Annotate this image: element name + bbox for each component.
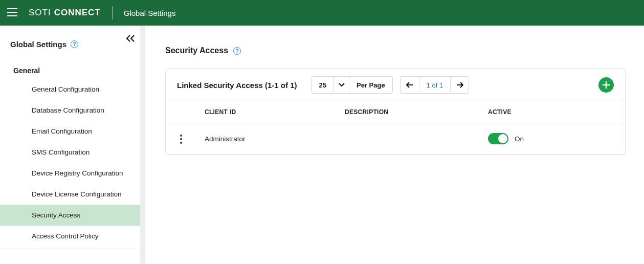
sidebar-header: Global Settings ?: [0, 26, 140, 56]
help-icon[interactable]: ?: [233, 47, 241, 55]
page-size-value[interactable]: 25: [312, 77, 334, 93]
table-header-active: ACTIVE: [483, 101, 625, 123]
page-heading: Security Access ?: [165, 46, 626, 55]
sidebar-item-label: Database Configuration: [32, 106, 104, 114]
active-toggle-label: On: [515, 135, 524, 143]
topbar: SOTI CONNECT Global Settings: [0, 0, 644, 26]
arrow-left-icon: [406, 82, 413, 88]
sidebar: Global Settings ? General General Config…: [0, 26, 141, 264]
sidebar-item-general-configuration[interactable]: General Configuration: [0, 79, 140, 100]
sidebar-item-device-license-configuration[interactable]: Device License Configuration: [0, 184, 140, 205]
cell-description: [340, 123, 483, 155]
sidebar-item-label: Security Access: [32, 211, 80, 219]
sidebar-item-label: Device Registry Configuration: [32, 169, 123, 177]
table-row: Administrator On: [166, 123, 625, 155]
topbar-title: Global Settings: [124, 9, 176, 17]
page-size-selector: 25 Per Page: [312, 76, 393, 94]
brand-thin: SOTI: [29, 8, 51, 18]
sidebar-title: Global Settings: [10, 40, 66, 49]
sidebar-item-database-configuration[interactable]: Database Configuration: [0, 100, 140, 121]
sidebar-item-security-access[interactable]: Security Access: [0, 205, 140, 226]
plus-icon: [602, 81, 610, 89]
table-header-actions: [166, 101, 196, 123]
collapse-sidebar-icon[interactable]: [126, 35, 135, 43]
pager: 1 of 1: [400, 76, 470, 94]
sidebar-group-general: General General Configuration Database C…: [0, 56, 140, 249]
page-size-label: Per Page: [349, 81, 392, 89]
sidebar-item-label: General Configuration: [32, 85, 99, 93]
cell-client-id: Administrator: [196, 123, 340, 155]
security-access-table: CLIENT ID DESCRIPTION ACTIVE Administrat…: [166, 101, 625, 155]
next-page-button[interactable]: [450, 77, 469, 93]
panel-toolbar: Linked Security Access (1-1 of 1) 25 Per…: [166, 69, 625, 101]
sidebar-item-access-control-policy[interactable]: Access Control Policy: [0, 226, 140, 247]
prev-page-button[interactable]: [401, 77, 419, 93]
sidebar-item-label: Device License Configuration: [32, 190, 122, 198]
topbar-divider: [112, 6, 113, 19]
linked-security-access-panel: Linked Security Access (1-1 of 1) 25 Per…: [165, 69, 626, 155]
sidebar-group-label: General: [0, 56, 140, 79]
brand-bold: CONNECT: [54, 8, 101, 18]
sidebar-item-label: SMS Configuration: [32, 148, 90, 156]
page-title: Security Access: [165, 46, 228, 55]
main-content: Security Access ? Linked Security Access…: [147, 26, 644, 264]
pager-text: 1 of 1: [419, 77, 451, 93]
brand-logo: SOTI CONNECT: [29, 8, 101, 18]
sidebar-item-label: Email Configuration: [32, 127, 92, 135]
sidebar-item-email-configuration[interactable]: Email Configuration: [0, 121, 140, 142]
add-security-access-button[interactable]: [598, 77, 614, 93]
sidebar-item-device-registry-configuration[interactable]: Device Registry Configuration: [0, 163, 140, 184]
arrow-right-icon: [456, 82, 463, 88]
table-header-client-id: CLIENT ID: [196, 101, 340, 123]
sidebar-item-sms-configuration[interactable]: SMS Configuration: [0, 142, 140, 163]
panel-title: Linked Security Access (1-1 of 1): [177, 81, 297, 90]
active-toggle[interactable]: [488, 133, 508, 144]
hamburger-icon[interactable]: [7, 8, 17, 18]
help-icon[interactable]: ?: [71, 40, 78, 48]
sidebar-item-label: Access Control Policy: [32, 232, 99, 240]
chevron-down-icon[interactable]: [334, 77, 349, 93]
table-header-description: DESCRIPTION: [340, 101, 483, 123]
row-actions-menu-icon[interactable]: [177, 131, 185, 147]
